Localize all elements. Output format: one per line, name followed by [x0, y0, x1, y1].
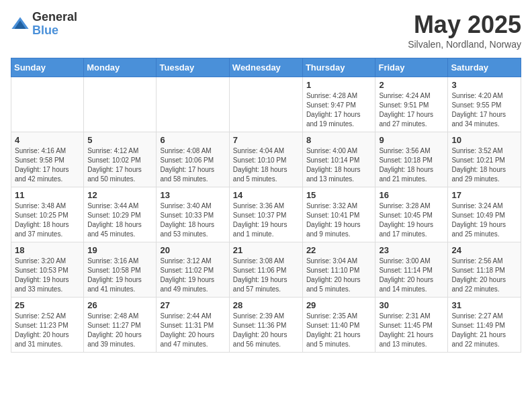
day-info: Sunrise: 3:00 AM Sunset: 11:14 PM Daylig…	[379, 257, 444, 294]
day-info: Sunrise: 2:31 AM Sunset: 11:45 PM Daylig…	[379, 312, 444, 349]
day-info: Sunrise: 3:24 AM Sunset: 10:49 PM Daylig…	[451, 201, 517, 239]
calendar-cell: 5Sunrise: 4:12 AM Sunset: 10:02 PM Dayli…	[84, 132, 157, 187]
calendar-cell	[157, 77, 229, 132]
day-number: 3	[451, 80, 517, 90]
day-number: 31	[451, 300, 517, 310]
calendar-cell: 23Sunrise: 3:00 AM Sunset: 11:14 PM Dayl…	[375, 242, 448, 298]
calendar-week-row: 18Sunrise: 3:20 AM Sunset: 10:53 PM Dayl…	[11, 242, 521, 298]
day-info: Sunrise: 4:28 AM Sunset: 9:47 PM Dayligh…	[306, 91, 372, 129]
day-number: 28	[233, 300, 299, 310]
calendar-cell: 28Sunrise: 2:39 AM Sunset: 11:36 PM Dayl…	[229, 298, 302, 353]
calendar-cell	[229, 77, 302, 132]
calendar-cell: 10Sunrise: 3:52 AM Sunset: 10:21 PM Dayl…	[448, 132, 521, 187]
logo-general: General	[32, 11, 77, 24]
calendar-cell: 12Sunrise: 3:44 AM Sunset: 10:29 PM Dayl…	[84, 187, 157, 242]
calendar-week-row: 1Sunrise: 4:28 AM Sunset: 9:47 PM Daylig…	[11, 77, 521, 132]
weekday-header-sunday: Sunday	[11, 58, 84, 77]
logo-blue: Blue	[32, 24, 77, 38]
day-info: Sunrise: 4:20 AM Sunset: 9:55 PM Dayligh…	[451, 91, 517, 129]
calendar-table: SundayMondayTuesdayWednesdayThursdayFrid…	[11, 58, 521, 353]
day-info: Sunrise: 3:20 AM Sunset: 10:53 PM Daylig…	[15, 257, 80, 294]
calendar-cell: 15Sunrise: 3:32 AM Sunset: 10:41 PM Dayl…	[302, 187, 375, 242]
day-info: Sunrise: 3:56 AM Sunset: 10:18 PM Daylig…	[379, 146, 444, 184]
page-header: General Blue May 2025 Silvalen, Nordland…	[11, 11, 521, 50]
day-info: Sunrise: 2:52 AM Sunset: 11:23 PM Daylig…	[15, 312, 80, 349]
title-block: May 2025 Silvalen, Nordland, Norway	[408, 11, 521, 50]
day-info: Sunrise: 2:44 AM Sunset: 11:31 PM Daylig…	[160, 312, 225, 349]
day-number: 24	[451, 245, 517, 255]
day-number: 13	[160, 190, 225, 200]
day-number: 16	[379, 190, 444, 200]
day-number: 22	[306, 245, 372, 255]
day-info: Sunrise: 2:27 AM Sunset: 11:49 PM Daylig…	[451, 312, 517, 349]
day-info: Sunrise: 3:08 AM Sunset: 11:06 PM Daylig…	[233, 257, 299, 294]
title-month: May 2025	[408, 11, 521, 39]
weekday-header-wednesday: Wednesday	[229, 58, 302, 77]
day-info: Sunrise: 3:44 AM Sunset: 10:29 PM Daylig…	[87, 201, 152, 239]
day-info: Sunrise: 3:04 AM Sunset: 11:10 PM Daylig…	[306, 257, 372, 294]
day-info: Sunrise: 3:32 AM Sunset: 10:41 PM Daylig…	[306, 201, 372, 239]
calendar-cell: 2Sunrise: 4:24 AM Sunset: 9:51 PM Daylig…	[375, 77, 448, 132]
day-number: 30	[379, 300, 444, 310]
calendar-cell: 11Sunrise: 3:48 AM Sunset: 10:25 PM Dayl…	[11, 187, 84, 242]
day-info: Sunrise: 4:16 AM Sunset: 9:58 PM Dayligh…	[15, 146, 80, 184]
calendar-cell: 20Sunrise: 3:12 AM Sunset: 11:02 PM Dayl…	[157, 242, 229, 298]
calendar-cell	[11, 77, 84, 132]
day-info: Sunrise: 2:35 AM Sunset: 11:40 PM Daylig…	[306, 312, 372, 349]
calendar-cell: 14Sunrise: 3:36 AM Sunset: 10:37 PM Dayl…	[229, 187, 302, 242]
calendar-cell: 22Sunrise: 3:04 AM Sunset: 11:10 PM Dayl…	[302, 242, 375, 298]
day-info: Sunrise: 4:00 AM Sunset: 10:14 PM Daylig…	[306, 146, 372, 184]
calendar-cell: 19Sunrise: 3:16 AM Sunset: 10:58 PM Dayl…	[84, 242, 157, 298]
day-info: Sunrise: 2:39 AM Sunset: 11:36 PM Daylig…	[233, 312, 299, 349]
calendar-cell: 26Sunrise: 2:48 AM Sunset: 11:27 PM Dayl…	[84, 298, 157, 353]
day-number: 4	[15, 135, 80, 145]
day-number: 5	[87, 135, 152, 145]
calendar-cell	[84, 77, 157, 132]
calendar-cell: 21Sunrise: 3:08 AM Sunset: 11:06 PM Dayl…	[229, 242, 302, 298]
calendar-cell: 29Sunrise: 2:35 AM Sunset: 11:40 PM Dayl…	[302, 298, 375, 353]
day-number: 20	[160, 245, 225, 255]
day-info: Sunrise: 2:48 AM Sunset: 11:27 PM Daylig…	[87, 312, 152, 349]
calendar-cell: 8Sunrise: 4:00 AM Sunset: 10:14 PM Dayli…	[302, 132, 375, 187]
weekday-header-monday: Monday	[84, 58, 157, 77]
calendar-cell: 18Sunrise: 3:20 AM Sunset: 10:53 PM Dayl…	[11, 242, 84, 298]
calendar-cell: 17Sunrise: 3:24 AM Sunset: 10:49 PM Dayl…	[448, 187, 521, 242]
day-number: 18	[15, 245, 80, 255]
day-number: 7	[233, 135, 299, 145]
day-number: 2	[379, 80, 444, 90]
day-info: Sunrise: 3:48 AM Sunset: 10:25 PM Daylig…	[15, 201, 80, 239]
calendar-cell: 16Sunrise: 3:28 AM Sunset: 10:45 PM Dayl…	[375, 187, 448, 242]
day-info: Sunrise: 3:16 AM Sunset: 10:58 PM Daylig…	[87, 257, 152, 294]
calendar-cell: 31Sunrise: 2:27 AM Sunset: 11:49 PM Dayl…	[448, 298, 521, 353]
day-number: 1	[306, 80, 372, 90]
weekday-header-tuesday: Tuesday	[157, 58, 229, 77]
calendar-cell: 7Sunrise: 4:04 AM Sunset: 10:10 PM Dayli…	[229, 132, 302, 187]
weekday-header-friday: Friday	[375, 58, 448, 77]
day-number: 12	[87, 190, 152, 200]
day-info: Sunrise: 3:28 AM Sunset: 10:45 PM Daylig…	[379, 201, 444, 239]
calendar-week-row: 11Sunrise: 3:48 AM Sunset: 10:25 PM Dayl…	[11, 187, 521, 242]
day-info: Sunrise: 4:24 AM Sunset: 9:51 PM Dayligh…	[379, 91, 444, 129]
day-number: 8	[306, 135, 372, 145]
day-number: 6	[160, 135, 225, 145]
day-number: 23	[379, 245, 444, 255]
calendar-cell: 24Sunrise: 2:56 AM Sunset: 11:18 PM Dayl…	[448, 242, 521, 298]
calendar-cell: 4Sunrise: 4:16 AM Sunset: 9:58 PM Daylig…	[11, 132, 84, 187]
day-number: 29	[306, 300, 372, 310]
calendar-header-row: SundayMondayTuesdayWednesdayThursdayFrid…	[11, 58, 521, 77]
day-number: 19	[87, 245, 152, 255]
day-info: Sunrise: 3:12 AM Sunset: 11:02 PM Daylig…	[160, 257, 225, 294]
day-number: 25	[15, 300, 80, 310]
day-info: Sunrise: 3:40 AM Sunset: 10:33 PM Daylig…	[160, 201, 225, 239]
title-location: Silvalen, Nordland, Norway	[408, 39, 521, 50]
day-number: 9	[379, 135, 444, 145]
day-info: Sunrise: 4:04 AM Sunset: 10:10 PM Daylig…	[233, 146, 299, 184]
day-number: 14	[233, 190, 299, 200]
weekday-header-thursday: Thursday	[302, 58, 375, 77]
calendar-cell: 27Sunrise: 2:44 AM Sunset: 11:31 PM Dayl…	[157, 298, 229, 353]
weekday-header-saturday: Saturday	[448, 58, 521, 77]
day-number: 11	[15, 190, 80, 200]
day-info: Sunrise: 4:12 AM Sunset: 10:02 PM Daylig…	[87, 146, 152, 184]
day-info: Sunrise: 2:56 AM Sunset: 11:18 PM Daylig…	[451, 257, 517, 294]
calendar-week-row: 4Sunrise: 4:16 AM Sunset: 9:58 PM Daylig…	[11, 132, 521, 187]
